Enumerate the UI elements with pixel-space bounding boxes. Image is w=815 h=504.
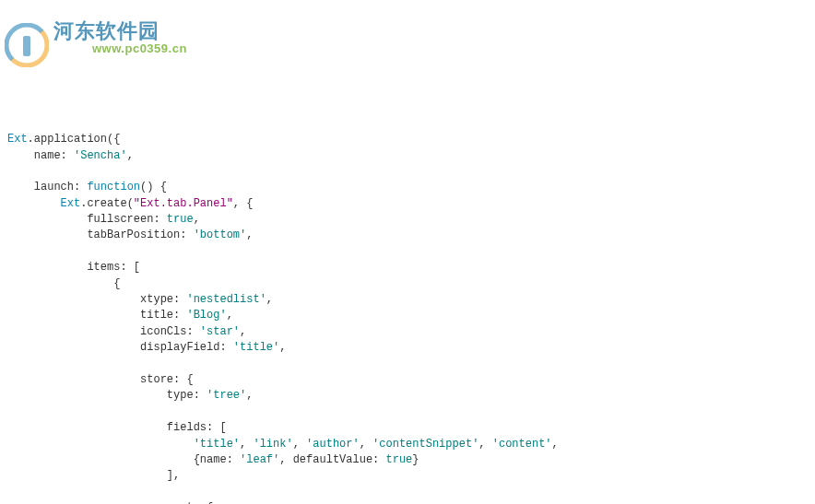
code-token: , — [552, 438, 559, 451]
code-token: launch: — [7, 181, 87, 193]
code-token: 'Blog' — [186, 309, 226, 322]
code-token: } — [412, 453, 419, 466]
code-token: .create( — [80, 197, 134, 210]
code-token: fullscreen: — [7, 213, 167, 226]
code-token: true — [167, 213, 194, 226]
code-token: name: — [7, 149, 74, 162]
code-token — [7, 486, 14, 498]
code-token: 'star' — [200, 325, 240, 338]
code-token: 'author' — [306, 438, 360, 451]
code-token: xtype: — [7, 293, 186, 306]
watermark-logo — [5, 7, 49, 74]
code-token: , — [127, 149, 134, 162]
code-token: true — [385, 453, 412, 466]
code-token: Ext — [7, 197, 80, 210]
code-token: displayField: — [7, 341, 233, 354]
code-token: () { — [140, 181, 167, 193]
code-token: , — [227, 309, 233, 322]
code-token: 'bottom' — [194, 229, 247, 241]
code-token: type: — [7, 389, 207, 402]
code-token: store: { — [7, 373, 194, 386]
code-token: "Ext.tab.Panel" — [134, 197, 233, 210]
code-token: items: [ — [7, 261, 140, 274]
code-token: 'link' — [253, 438, 292, 451]
code-token: , — [240, 438, 253, 451]
code-token: , — [279, 341, 286, 354]
code-token: tabBarPosition: — [7, 229, 194, 241]
code-token: 'contentSnippet' — [372, 438, 478, 451]
watermark-url: www.pc0359.cn — [92, 41, 187, 58]
code-token: 'nestedlist' — [186, 293, 266, 306]
code-token: iconCls: — [7, 325, 200, 338]
svg-rect-2 — [23, 36, 30, 56]
code-token — [7, 438, 194, 451]
code-token: 'leaf' — [240, 453, 279, 466]
code-token: {name: — [7, 453, 240, 466]
code-token: 'title' — [233, 341, 279, 354]
code-token: title: — [7, 309, 186, 322]
code-token: , — [246, 229, 253, 241]
code-token: 'content' — [492, 438, 552, 451]
code-token: Ext — [7, 133, 28, 146]
code-token: , — [266, 293, 273, 306]
code-token: ], — [7, 469, 180, 482]
code-token — [7, 165, 14, 178]
code-token — [7, 405, 14, 418]
code-token: 'tree' — [207, 389, 246, 402]
code-token — [7, 245, 14, 258]
code-token: , { — [233, 197, 254, 210]
code-token: 'title' — [194, 438, 240, 451]
code-block: Ext.application({ name: 'Sencha', launch… — [7, 132, 808, 504]
code-token: fields: [ — [7, 421, 227, 434]
code-token: .application({ — [28, 133, 121, 146]
code-token: , — [194, 213, 200, 226]
code-token: , — [360, 438, 372, 451]
code-token — [7, 357, 14, 370]
code-token: , — [246, 389, 253, 402]
code-token: , defaultValue: — [279, 453, 385, 466]
code-token: function — [87, 181, 140, 193]
code-token: , — [240, 325, 246, 338]
code-token: 'Sencha' — [74, 149, 127, 162]
code-token: , — [478, 438, 491, 451]
code-token: , — [293, 438, 306, 451]
code-token: { — [7, 277, 120, 290]
